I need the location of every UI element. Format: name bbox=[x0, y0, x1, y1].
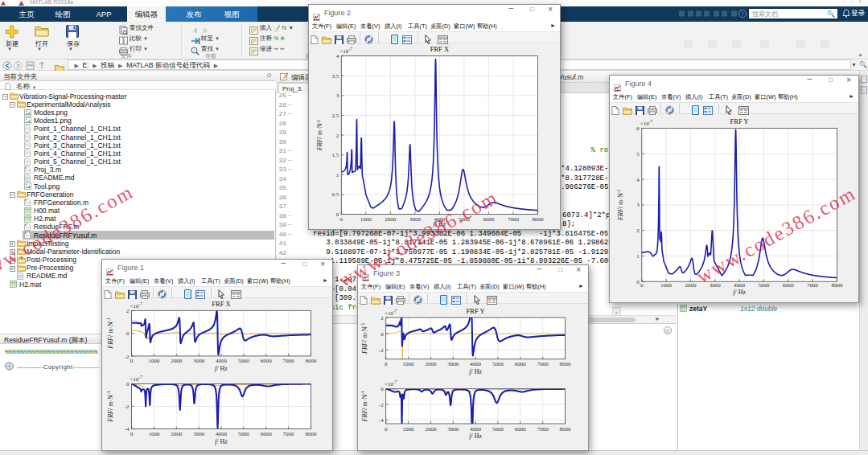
svg-text:-2: -2 bbox=[379, 402, 384, 408]
svg-text:2: 2 bbox=[636, 228, 640, 234]
svg-text:4000: 4000 bbox=[470, 361, 482, 367]
svg-text:f/ Hz: f/ Hz bbox=[469, 432, 482, 440]
svg-text:5: 5 bbox=[636, 151, 640, 158]
svg-text:5000: 5000 bbox=[492, 361, 504, 367]
svg-text:8000: 8000 bbox=[305, 431, 317, 437]
svg-text:7000: 7000 bbox=[807, 282, 819, 289]
svg-text:7000: 7000 bbox=[283, 431, 295, 437]
svg-text:FRF Y: FRF Y bbox=[730, 117, 749, 125]
svg-text:×10-7: ×10-7 bbox=[385, 379, 397, 387]
svg-text:0: 0 bbox=[385, 361, 388, 367]
svg-text:6000: 6000 bbox=[261, 358, 273, 364]
svg-text:2000: 2000 bbox=[171, 358, 183, 364]
svg-text:7000: 7000 bbox=[283, 358, 295, 364]
svg-text:3000: 3000 bbox=[409, 216, 422, 223]
svg-text:7000: 7000 bbox=[537, 361, 549, 367]
svg-text:6000: 6000 bbox=[515, 426, 527, 432]
svg-text:6000: 6000 bbox=[261, 431, 273, 437]
svg-text:FRF/ m·N-1: FRF/ m·N-1 bbox=[106, 318, 114, 349]
svg-text:0: 0 bbox=[381, 386, 384, 392]
svg-text:f/ Hz: f/ Hz bbox=[215, 365, 228, 372]
svg-text:-2: -2 bbox=[125, 354, 130, 360]
svg-text:8000: 8000 bbox=[831, 282, 843, 289]
svg-text:-2: -2 bbox=[379, 347, 384, 354]
svg-text:FRF X: FRF X bbox=[212, 300, 230, 308]
svg-text:FRF/ m·N-1: FRF/ m·N-1 bbox=[360, 323, 368, 355]
svg-text:4: 4 bbox=[636, 177, 640, 183]
svg-text:7000: 7000 bbox=[508, 216, 520, 223]
svg-text:3000: 3000 bbox=[193, 431, 205, 437]
svg-text:FRF/ m·N-1: FRF/ m·N-1 bbox=[616, 189, 624, 220]
svg-text:4000: 4000 bbox=[216, 358, 228, 364]
svg-text:1000: 1000 bbox=[360, 216, 372, 223]
svg-text:0.5: 0.5 bbox=[332, 191, 339, 198]
svg-text:5000: 5000 bbox=[492, 426, 504, 432]
svg-text:FRF X: FRF X bbox=[430, 45, 449, 53]
svg-text:4000: 4000 bbox=[216, 431, 228, 437]
svg-text:2000: 2000 bbox=[385, 216, 397, 223]
svg-text:FRF/ m·N-1: FRF/ m·N-1 bbox=[106, 391, 114, 422]
svg-text:2: 2 bbox=[126, 308, 130, 314]
svg-text:3.5: 3.5 bbox=[332, 73, 339, 80]
svg-text:-4: -4 bbox=[125, 426, 130, 432]
svg-text:f/ Hz: f/ Hz bbox=[733, 289, 746, 296]
svg-text:3: 3 bbox=[336, 92, 339, 99]
svg-text:8000: 8000 bbox=[560, 361, 572, 367]
svg-text:0: 0 bbox=[636, 279, 640, 285]
svg-text:2000: 2000 bbox=[425, 361, 437, 367]
svg-text:7000: 7000 bbox=[537, 426, 549, 432]
svg-text:?: ? bbox=[741, 11, 744, 17]
svg-text:2000: 2000 bbox=[425, 426, 437, 432]
svg-text:0: 0 bbox=[340, 216, 343, 223]
svg-text:×10-7: ×10-7 bbox=[339, 47, 352, 55]
svg-text:1000: 1000 bbox=[403, 361, 414, 367]
svg-text:×10-7: ×10-7 bbox=[640, 119, 653, 127]
svg-text:2.5: 2.5 bbox=[332, 113, 339, 119]
svg-text:f/ Hz: f/ Hz bbox=[469, 368, 482, 375]
svg-text:5000: 5000 bbox=[238, 358, 250, 364]
svg-text:0: 0 bbox=[381, 331, 384, 338]
svg-text:3000: 3000 bbox=[447, 361, 459, 367]
svg-text:3000: 3000 bbox=[193, 358, 205, 364]
svg-text:6000: 6000 bbox=[783, 282, 795, 289]
svg-text:0: 0 bbox=[130, 431, 134, 437]
svg-text:1000: 1000 bbox=[149, 358, 161, 364]
svg-text:4000: 4000 bbox=[470, 426, 482, 432]
svg-text:5000: 5000 bbox=[758, 282, 770, 289]
svg-text:3: 3 bbox=[636, 202, 640, 208]
svg-text:×10-7: ×10-7 bbox=[385, 309, 397, 317]
svg-text:6: 6 bbox=[636, 125, 640, 132]
svg-text:0: 0 bbox=[385, 426, 388, 432]
svg-text:×10-7: ×10-7 bbox=[130, 375, 143, 383]
svg-text:1: 1 bbox=[636, 253, 640, 260]
svg-text:0: 0 bbox=[130, 358, 134, 364]
svg-text:1000: 1000 bbox=[149, 431, 161, 437]
svg-text:-2: -2 bbox=[125, 404, 130, 410]
svg-text:0: 0 bbox=[126, 330, 130, 337]
svg-text:6000: 6000 bbox=[483, 216, 495, 223]
svg-text:8000: 8000 bbox=[533, 216, 545, 223]
svg-text:0: 0 bbox=[126, 381, 130, 387]
svg-text:5000: 5000 bbox=[238, 431, 250, 437]
svg-text:6000: 6000 bbox=[515, 361, 527, 367]
svg-text:FRF Y: FRF Y bbox=[467, 307, 485, 315]
svg-text:FRF/ m·N-1: FRF/ m·N-1 bbox=[316, 120, 324, 151]
svg-text:2000: 2000 bbox=[685, 282, 697, 289]
svg-text:4: 4 bbox=[336, 53, 339, 59]
svg-text:2: 2 bbox=[381, 315, 384, 322]
svg-text:0: 0 bbox=[640, 282, 644, 289]
svg-text:-4: -4 bbox=[379, 417, 384, 424]
svg-text:1: 1 bbox=[336, 172, 339, 178]
svg-text:1000: 1000 bbox=[403, 426, 414, 432]
svg-text:2: 2 bbox=[336, 133, 339, 139]
svg-text:1000: 1000 bbox=[660, 282, 673, 289]
svg-text:f/ Hz: f/ Hz bbox=[215, 438, 228, 445]
svg-text:2000: 2000 bbox=[171, 431, 183, 437]
svg-text:8000: 8000 bbox=[560, 426, 572, 432]
svg-text:FRF/ m·N-1: FRF/ m·N-1 bbox=[360, 391, 368, 422]
svg-text:×10-7: ×10-7 bbox=[130, 301, 143, 309]
svg-text:8000: 8000 bbox=[305, 358, 317, 364]
svg-text:3000: 3000 bbox=[447, 426, 459, 432]
svg-text:1.5: 1.5 bbox=[332, 152, 339, 158]
svg-text:0: 0 bbox=[336, 211, 339, 218]
